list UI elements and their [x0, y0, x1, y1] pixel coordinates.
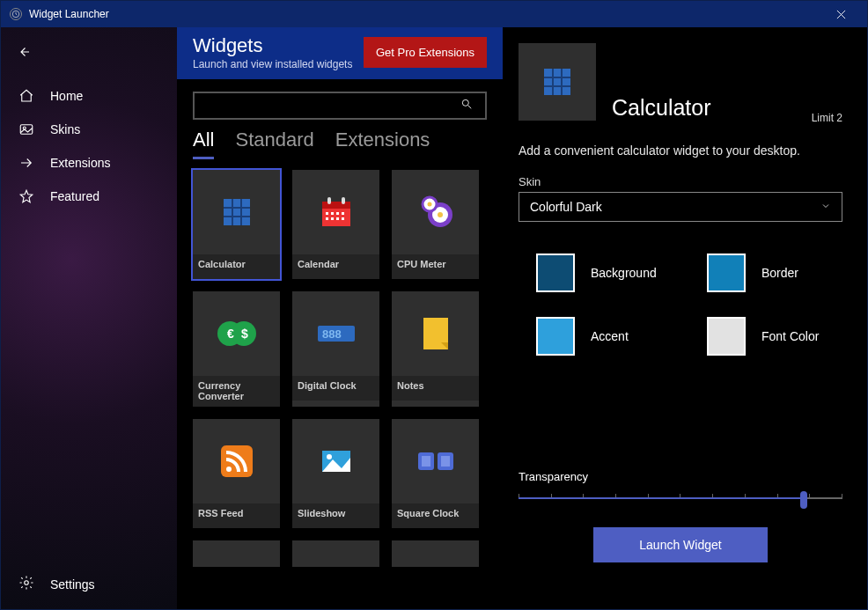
widget-card-label: Notes [392, 376, 479, 401]
widget-card-label: CPU Meter [392, 254, 479, 279]
rss-icon [193, 419, 280, 503]
skin-select[interactable]: Colorful Dark [519, 192, 842, 222]
svg-point-38 [327, 454, 332, 459]
swatch-label: Font Color [761, 329, 819, 343]
currency-icon: €$ [193, 291, 280, 376]
widget-card-label: Square Clock [392, 503, 479, 528]
svg-rect-5 [224, 199, 250, 225]
cpu-meter-icon [392, 170, 479, 254]
transparency-label: Transparency [519, 470, 842, 483]
page-subtitle: Launch and view installed widgets [193, 58, 364, 70]
swatch-background[interactable]: Background [536, 254, 672, 292]
sidebar-item-featured[interactable]: Featured [1, 180, 177, 212]
image-icon [18, 121, 34, 137]
back-button[interactable] [6, 36, 41, 68]
widget-card-currency-converter[interactable]: €$ Currency Converter [193, 291, 280, 407]
widget-card-notes[interactable]: Notes [392, 291, 479, 407]
get-pro-button[interactable]: Get Pro Extensions [364, 37, 487, 68]
svg-rect-15 [331, 212, 334, 215]
sidebar-item-extensions[interactable]: Extensions [1, 147, 177, 179]
widget-card-stub[interactable] [292, 540, 379, 567]
sidebar: Home Skins Extensions [1, 27, 177, 609]
tab-all[interactable]: All [193, 129, 214, 159]
titlebar: Widget Launcher [1, 1, 867, 27]
sidebar-item-label: Extensions [50, 156, 110, 170]
widget-card-cpu-meter[interactable]: CPU Meter [392, 170, 479, 279]
swatch-accent[interactable]: Accent [536, 317, 672, 356]
svg-rect-18 [326, 217, 328, 220]
digital-clock-icon: 888 [292, 291, 379, 376]
notes-icon [392, 291, 479, 376]
svg-text:€: € [227, 327, 234, 341]
swatch-label: Border [761, 266, 798, 280]
chevron-down-icon [820, 200, 831, 214]
svg-rect-12 [327, 197, 331, 204]
widget-card-label: Digital Clock [292, 376, 379, 401]
skin-select-value: Colorful Dark [530, 200, 602, 214]
widget-card-label: Slideshow [292, 503, 379, 528]
search-input[interactable] [193, 92, 487, 120]
widget-card-stub[interactable] [392, 540, 479, 567]
slideshow-icon [292, 419, 379, 503]
widget-detail-panel: Calculator Limit 2 Add a convenient calc… [503, 27, 867, 609]
widget-card-calculator[interactable]: Calculator [193, 170, 280, 279]
svg-point-4 [462, 99, 468, 106]
sidebar-item-label: Skins [50, 122, 80, 136]
arrow-right-icon [18, 155, 34, 171]
svg-text:888: 888 [322, 327, 342, 341]
panel-header: Widgets Launch and view installed widget… [177, 27, 503, 79]
app-icon [10, 8, 22, 20]
sidebar-item-label: Settings [50, 577, 95, 592]
home-icon [18, 88, 34, 104]
search-icon [460, 98, 473, 114]
gear-icon [18, 575, 34, 593]
svg-point-26 [427, 202, 431, 207]
tab-standard[interactable]: Standard [235, 129, 313, 157]
svg-rect-34 [221, 445, 253, 477]
page-title: Widgets [193, 34, 364, 57]
detail-description: Add a convenient calculator widget to yo… [519, 143, 842, 158]
swatch-color [707, 317, 746, 356]
swatch-color [707, 254, 746, 292]
detail-thumbnail [519, 43, 596, 121]
svg-rect-43 [544, 69, 570, 95]
svg-rect-17 [342, 212, 344, 215]
swatch-label: Accent [591, 329, 629, 343]
svg-point-3 [25, 581, 29, 585]
tab-extensions[interactable]: Extensions [335, 129, 430, 157]
svg-rect-14 [326, 212, 328, 215]
sidebar-item-home[interactable]: Home [1, 80, 177, 112]
calendar-icon [292, 170, 379, 254]
widget-card-calendar[interactable]: Calendar [292, 170, 379, 279]
svg-rect-13 [342, 197, 345, 204]
launch-widget-button[interactable]: Launch Widget [593, 527, 768, 562]
widget-card-label: RSS Feed [193, 503, 280, 528]
widget-card-label: Calendar [292, 254, 379, 279]
swatch-font-color[interactable]: Font Color [707, 317, 842, 356]
widget-card-stub[interactable] [193, 540, 280, 567]
widget-card-slideshow[interactable]: Slideshow [292, 419, 379, 528]
svg-rect-20 [336, 217, 339, 220]
widget-card-square-clock[interactable]: Square Clock [392, 419, 479, 528]
sidebar-item-label: Featured [50, 189, 99, 203]
widget-card-digital-clock[interactable]: 888 Digital Clock [292, 291, 379, 407]
swatch-border[interactable]: Border [707, 254, 842, 292]
svg-rect-16 [336, 212, 339, 215]
svg-point-24 [438, 212, 443, 217]
sidebar-item-label: Home [50, 89, 83, 103]
svg-rect-41 [422, 456, 430, 467]
svg-text:$: $ [241, 327, 248, 341]
detail-limit: Limit 2 [812, 112, 842, 124]
widget-card-label: Calculator [193, 254, 280, 279]
transparency-slider[interactable] [519, 489, 842, 510]
svg-rect-42 [441, 456, 450, 467]
sidebar-item-skins[interactable]: Skins [1, 114, 177, 145]
calculator-icon [193, 170, 280, 254]
widget-card-rss-feed[interactable]: RSS Feed [193, 419, 280, 528]
svg-point-35 [226, 467, 232, 472]
close-button[interactable] [823, 1, 858, 27]
widget-list-panel: Widgets Launch and view installed widget… [177, 27, 503, 609]
detail-title: Calculator [612, 95, 842, 121]
svg-rect-19 [331, 217, 334, 220]
sidebar-item-settings[interactable]: Settings [1, 564, 177, 609]
